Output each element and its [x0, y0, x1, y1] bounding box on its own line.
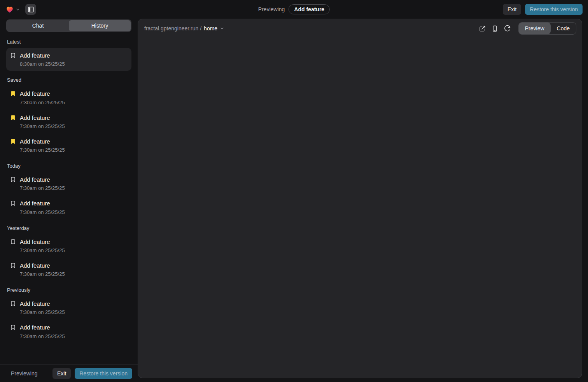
topbar-right-group: Exit Restore this version	[503, 4, 583, 15]
history-item-title: Add feature	[20, 114, 65, 122]
history-item-time: 7:30am on 25/25/25	[20, 333, 65, 339]
bookmark-filled-icon	[10, 91, 16, 96]
history-item-title: Add feature	[20, 300, 65, 308]
history-item[interactable]: Add feature7:30am on 25/25/25	[6, 258, 131, 281]
history-section-title: Today	[6, 160, 131, 171]
content-area: Chat History LatestAdd feature8:30am on …	[0, 19, 588, 382]
heart-logo-icon	[5, 5, 14, 14]
history-item[interactable]: Add feature7:30am on 25/25/25	[6, 172, 131, 195]
exit-button[interactable]: Exit	[52, 368, 71, 379]
topbar-left-group	[5, 4, 36, 15]
history-section: LatestAdd feature8:30am on 25/25/25	[6, 36, 131, 71]
history-item-time: 7:30am on 25/25/25	[20, 247, 65, 253]
history-item-time: 7:30am on 25/25/25	[20, 147, 65, 153]
smartphone-icon	[492, 25, 498, 32]
bookmark-icon	[10, 324, 16, 330]
history-item-text: Add feature7:30am on 25/25/25	[20, 114, 65, 129]
history-item[interactable]: Add feature7:30am on 25/25/25	[6, 134, 131, 157]
history-item-time: 8:30am on 25/25/25	[20, 61, 65, 67]
tab-history[interactable]: History	[69, 20, 131, 31]
url-page: home	[204, 25, 217, 32]
preview-actions: Preview Code	[477, 22, 576, 35]
url-prefix: fractal.gptengineer.run /	[144, 25, 201, 32]
history-list: LatestAdd feature8:30am on 25/25/25Saved…	[5, 32, 132, 364]
history-item-title: Add feature	[20, 324, 65, 331]
history-item[interactable]: Add feature8:30am on 25/25/25	[6, 48, 131, 71]
bookmark-icon	[10, 301, 16, 307]
history-item-time: 7:30am on 25/25/25	[20, 185, 65, 191]
bookmark-icon	[10, 200, 16, 206]
history-item-time: 7:30am on 25/25/25	[20, 123, 65, 129]
version-badge[interactable]: Add feature	[289, 4, 330, 14]
history-item-time: 7:30am on 25/25/25	[20, 309, 65, 315]
history-item-text: Add feature7:30am on 25/25/25	[20, 238, 65, 253]
history-section-title: Saved	[6, 74, 131, 85]
preview-panel-header: fractal.gptengineer.run / home	[138, 19, 582, 38]
topbar-center-group: Previewing Add feature	[258, 0, 330, 19]
history-section-title: Yesterday	[6, 222, 131, 233]
preview-panel: fractal.gptengineer.run / home	[138, 19, 582, 378]
history-section: YesterdayAdd feature7:30am on 25/25/25Ad…	[6, 222, 131, 281]
history-item-title: Add feature	[20, 262, 65, 270]
chevron-down-icon	[220, 26, 224, 31]
history-section: PreviouslyAdd feature7:30am on 25/25/25A…	[6, 284, 131, 343]
previewing-status: Previewing	[11, 370, 37, 377]
restore-version-button[interactable]: Restore this version	[525, 4, 583, 15]
bookmark-icon	[10, 53, 16, 58]
open-external-button[interactable]	[477, 23, 488, 34]
panel-left-icon	[28, 6, 34, 13]
history-sidebar: Chat History LatestAdd feature8:30am on …	[0, 19, 138, 382]
history-item[interactable]: Add feature7:30am on 25/25/25	[6, 320, 131, 343]
refresh-button[interactable]	[502, 23, 513, 34]
view-mode-toggle: Preview Code	[518, 22, 576, 35]
bookmark-filled-icon	[10, 115, 16, 121]
history-item-text: Add feature7:30am on 25/25/25	[20, 90, 65, 105]
history-item-title: Add feature	[20, 138, 65, 145]
history-section-title: Previously	[6, 284, 131, 295]
chevron-down-icon	[16, 7, 20, 12]
history-item[interactable]: Add feature7:30am on 25/25/25	[6, 296, 131, 319]
external-link-icon	[479, 25, 486, 32]
history-item-time: 7:30am on 25/25/25	[20, 100, 65, 105]
history-item-text: Add feature8:30am on 25/25/25	[20, 52, 65, 67]
bookmark-icon	[10, 177, 16, 182]
sidebar-footer: Previewing Exit Restore this version	[0, 364, 138, 382]
tab-chat[interactable]: Chat	[7, 20, 69, 31]
history-item-title: Add feature	[20, 176, 65, 184]
history-item[interactable]: Add feature7:30am on 25/25/25	[6, 196, 131, 219]
history-item-time: 7:30am on 25/25/25	[20, 271, 65, 277]
history-item-text: Add feature7:30am on 25/25/25	[20, 324, 65, 339]
history-section: SavedAdd feature7:30am on 25/25/25Add fe…	[6, 74, 131, 157]
history-section: TodayAdd feature7:30am on 25/25/25Add fe…	[6, 160, 131, 219]
mobile-view-button[interactable]	[490, 23, 500, 34]
history-item[interactable]: Add feature7:30am on 25/25/25	[6, 234, 131, 257]
previewing-status: Previewing	[258, 6, 285, 12]
refresh-icon	[504, 25, 511, 32]
history-item-title: Add feature	[20, 238, 65, 246]
history-item-title: Add feature	[20, 52, 65, 60]
history-item-text: Add feature7:30am on 25/25/25	[20, 176, 65, 191]
toggle-code[interactable]: Code	[551, 23, 576, 34]
url-selector[interactable]: fractal.gptengineer.run / home	[144, 25, 224, 32]
history-item[interactable]: Add feature7:30am on 25/25/25	[6, 86, 131, 109]
toggle-sidebar-button[interactable]	[25, 4, 36, 15]
toggle-preview[interactable]: Preview	[519, 23, 551, 34]
bookmark-icon	[10, 263, 16, 268]
bookmark-icon	[10, 239, 16, 245]
history-item[interactable]: Add feature7:30am on 25/25/25	[6, 110, 131, 133]
history-item-text: Add feature7:30am on 25/25/25	[20, 262, 65, 277]
sidebar-tabs: Chat History	[6, 19, 131, 32]
bookmark-filled-icon	[10, 138, 16, 144]
preview-viewport[interactable]	[138, 38, 582, 378]
top-bar: Previewing Add feature Exit Restore this…	[0, 0, 588, 19]
history-item-text: Add feature7:30am on 25/25/25	[20, 138, 65, 153]
exit-button[interactable]: Exit	[503, 4, 521, 15]
restore-version-button[interactable]: Restore this version	[75, 368, 132, 379]
workspace-menu[interactable]	[5, 5, 20, 14]
history-item-title: Add feature	[20, 90, 65, 98]
history-item-text: Add feature7:30am on 25/25/25	[20, 300, 65, 315]
history-item-text: Add feature7:30am on 25/25/25	[20, 200, 65, 215]
history-item-time: 7:30am on 25/25/25	[20, 209, 65, 215]
history-item-title: Add feature	[20, 200, 65, 207]
history-section-title: Latest	[6, 36, 131, 47]
